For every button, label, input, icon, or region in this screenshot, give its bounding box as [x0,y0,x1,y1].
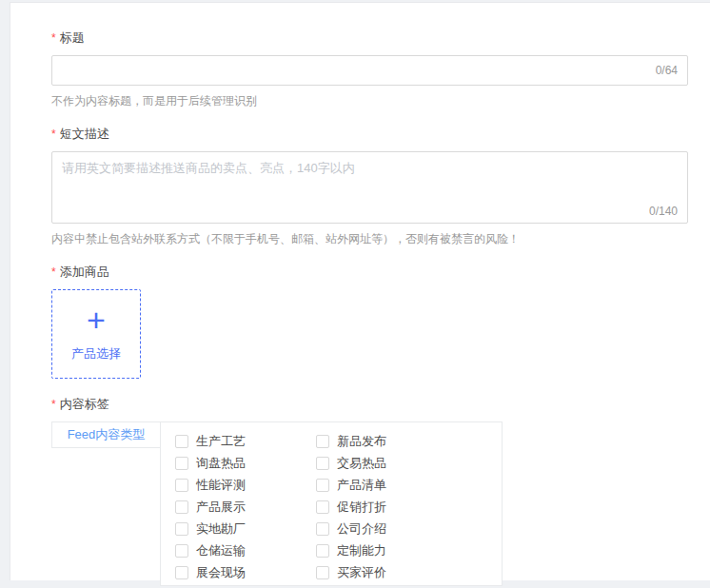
title-input[interactable]: 0/64 [51,55,688,86]
tag-option[interactable]: 产品展示 [175,499,316,516]
checkbox-icon[interactable] [316,522,329,536]
checkbox-icon[interactable] [175,479,188,492]
tags-label: *内容标签 [51,396,688,413]
tags-content-pane: 生产工艺 新品发布 询盘热品 交易热品 性能评测 产品清单 产品展示 促销打折 … [160,421,503,586]
tag-option[interactable]: 产品清单 [316,477,502,494]
products-label: *添加商品 [51,264,688,281]
tags-label-text: 内容标签 [60,397,109,411]
tags-field-group: *内容标签 Feed内容类型 生产工艺 新品发布 询盘热品 交易热品 性能评测 … [51,396,688,586]
tag-option[interactable]: 生产工艺 [175,433,316,450]
checkbox-icon[interactable] [316,435,329,448]
title-label: *标题 [51,29,688,47]
required-asterisk: * [51,127,56,141]
checkbox-icon[interactable] [175,457,188,470]
tag-options-grid: 生产工艺 新品发布 询盘热品 交易热品 性能评测 产品清单 产品展示 促销打折 … [175,430,502,583]
title-field-group: *标题 0/64 不作为内容标题，而是用于后续管理识别 [51,29,688,108]
product-picker-label: 产品选择 [71,345,121,363]
title-helper-text: 不作为内容标题，而是用于后续管理识别 [51,93,688,108]
product-picker-button[interactable]: + 产品选择 [51,289,141,379]
products-label-text: 添加商品 [60,265,109,279]
tag-option[interactable]: 促销打折 [316,499,502,516]
description-label: *短文描述 [51,126,688,143]
tag-option[interactable]: 询盘热品 [175,455,316,472]
checkbox-icon[interactable] [316,479,329,492]
tag-option[interactable]: 展会现场 [175,564,316,581]
title-char-counter: 0/64 [656,64,678,77]
checkbox-icon[interactable] [316,500,329,514]
tag-option[interactable]: 仓储运输 [175,542,316,559]
description-textarea[interactable]: 请用英文简要描述推送商品的卖点、亮点，140字以内 0/140 [51,151,688,224]
checkbox-icon[interactable] [175,566,188,579]
required-asterisk: * [51,265,56,279]
products-field-group: *添加商品 + 产品选择 [51,264,688,379]
description-placeholder: 请用英文简要描述推送商品的卖点、亮点，140字以内 [62,160,678,177]
checkbox-icon[interactable] [175,435,188,448]
tags-panel: Feed内容类型 生产工艺 新品发布 询盘热品 交易热品 性能评测 产品清单 产… [51,421,688,586]
tag-option[interactable]: 实地勘厂 [175,520,316,538]
checkbox-icon[interactable] [316,457,329,470]
tag-option[interactable]: 新品发布 [316,433,502,450]
tag-option[interactable]: 买家评价 [316,564,502,581]
description-field-group: *短文描述 请用英文简要描述推送商品的卖点、亮点，140字以内 0/140 内容… [51,126,688,246]
checkbox-icon[interactable] [316,544,329,558]
checkbox-icon[interactable] [316,566,329,579]
checkbox-icon[interactable] [175,500,188,514]
required-asterisk: * [51,31,56,45]
tag-option[interactable]: 交易热品 [316,455,502,472]
tag-option[interactable]: 定制能力 [316,542,502,559]
plus-icon: + [87,305,106,334]
description-warning-text: 内容中禁止包含站外联系方式（不限于手机号、邮箱、站外网址等），否则有被禁言的风险… [51,231,688,246]
tag-option[interactable]: 性能评测 [175,477,316,494]
tag-option[interactable]: 公司介绍 [316,520,502,538]
required-asterisk: * [51,398,56,411]
checkbox-icon[interactable] [175,544,188,558]
form-content: *标题 0/64 不作为内容标题，而是用于后续管理识别 *短文描述 请用英文简要… [10,3,710,588]
description-char-counter: 0/140 [649,205,678,218]
form-card: *标题 0/64 不作为内容标题，而是用于后续管理识别 *短文描述 请用英文简要… [10,2,710,580]
tab-feed-content-type[interactable]: Feed内容类型 [51,421,160,448]
checkbox-icon[interactable] [175,522,188,536]
description-label-text: 短文描述 [60,127,109,141]
title-label-text: 标题 [60,30,85,45]
